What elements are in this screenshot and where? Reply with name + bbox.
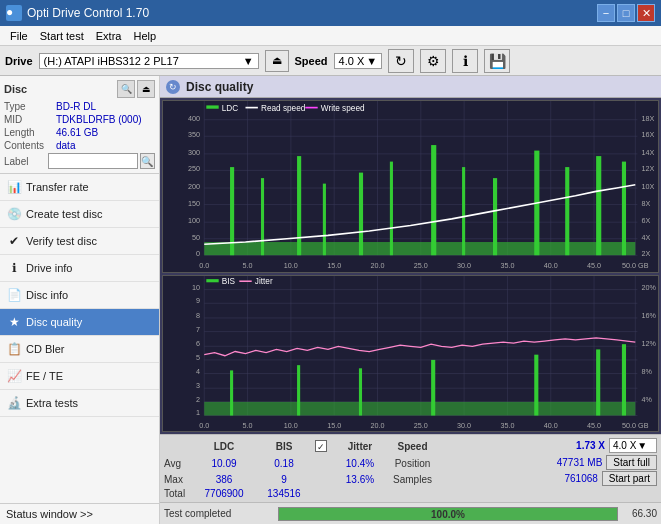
svg-text:35.0: 35.0 — [500, 261, 514, 270]
svg-text:4: 4 — [196, 366, 200, 375]
svg-rect-33 — [596, 156, 601, 255]
disc-section: Disc 🔍 ⏏ Type BD-R DL MID TDKBLDRFB (000… — [0, 76, 159, 174]
right-panel: ↻ Disc quality — [160, 76, 661, 524]
svg-rect-30 — [493, 178, 497, 255]
disc-info-icon: 📄 — [6, 287, 22, 303]
svg-text:45.0: 45.0 — [587, 261, 601, 270]
svg-text:8X: 8X — [642, 198, 651, 207]
speed-label: Speed — [295, 55, 328, 67]
svg-rect-26 — [359, 173, 363, 256]
save-button[interactable]: 💾 — [484, 49, 510, 73]
nav-item-verify-test-disc[interactable]: ✔ Verify test disc — [0, 228, 159, 255]
nav-item-disc-info[interactable]: 📄 Disc info — [0, 282, 159, 309]
disc-contents-label: Contents — [4, 140, 56, 151]
disc-scan-button[interactable]: 🔍 — [117, 80, 135, 98]
svg-rect-99 — [622, 344, 626, 415]
status-window-label: Status window >> — [6, 508, 93, 520]
nav-item-transfer-rate[interactable]: 📊 Transfer rate — [0, 174, 159, 201]
close-button[interactable]: ✕ — [637, 4, 655, 22]
disc-label-input[interactable] — [48, 153, 138, 169]
nav-item-disc-quality[interactable]: ★ Disc quality — [0, 309, 159, 336]
menu-start-test[interactable]: Start test — [34, 29, 90, 43]
disc-mid-row: MID TDKBLDRFB (000) — [4, 114, 155, 125]
drive-label: Drive — [5, 55, 33, 67]
info-button[interactable]: ℹ — [452, 49, 478, 73]
jitter-column-header: Jitter — [348, 441, 372, 452]
app-icon: ● — [6, 5, 22, 21]
svg-text:1: 1 — [196, 408, 200, 417]
chart-refresh-icon: ↻ — [166, 80, 180, 94]
max-bis: 9 — [281, 474, 287, 485]
svg-rect-97 — [534, 354, 538, 415]
svg-text:4%: 4% — [642, 395, 653, 404]
nav-item-label: Create test disc — [26, 208, 102, 220]
progress-percent: 100.0% — [431, 508, 465, 519]
svg-text:12%: 12% — [642, 339, 657, 348]
cd-bler-icon: 📋 — [6, 341, 22, 357]
disc-eject-button[interactable]: ⏏ — [137, 80, 155, 98]
drive-eject-button[interactable]: ⏏ — [265, 50, 289, 72]
svg-text:Write speed: Write speed — [321, 103, 365, 113]
max-label: Max — [164, 474, 183, 485]
disc-label-row: Label 🔍 — [4, 153, 155, 169]
total-label: Total — [164, 488, 185, 499]
svg-text:6: 6 — [196, 339, 200, 348]
max-jitter: 13.6% — [346, 474, 374, 485]
svg-text:25.0: 25.0 — [414, 261, 428, 270]
speed-value: 4.0 X — [339, 55, 365, 67]
transfer-rate-icon: 📊 — [6, 179, 22, 195]
settings-button[interactable]: ⚙ — [420, 49, 446, 73]
menu-extra[interactable]: Extra — [90, 29, 128, 43]
svg-text:20%: 20% — [642, 282, 657, 291]
svg-text:40.0: 40.0 — [544, 421, 558, 430]
menu-file[interactable]: File — [4, 29, 34, 43]
titlebar-left: ● Opti Drive Control 1.70 — [6, 5, 149, 21]
svg-rect-28 — [431, 145, 436, 255]
speed-select[interactable]: 4.0 X ▼ — [334, 53, 383, 69]
disc-label-search-button[interactable]: 🔍 — [140, 153, 155, 169]
svg-text:6X: 6X — [642, 216, 651, 225]
svg-text:5.0: 5.0 — [243, 421, 253, 430]
avg-label: Avg — [164, 458, 181, 469]
svg-rect-29 — [462, 167, 465, 255]
svg-text:50.0 GB: 50.0 GB — [622, 261, 648, 270]
left-panel: Disc 🔍 ⏏ Type BD-R DL MID TDKBLDRFB (000… — [0, 76, 160, 524]
svg-text:25.0: 25.0 — [414, 421, 428, 430]
svg-text:20.0: 20.0 — [370, 421, 384, 430]
nav-item-label: FE / TE — [26, 370, 63, 382]
disc-mid-value: TDKBLDRFB (000) — [56, 114, 142, 125]
svg-text:3: 3 — [196, 381, 200, 390]
drive-select[interactable]: (H:) ATAPI iHBS312 2 PL17 ▼ — [39, 53, 259, 69]
nav-item-cd-bler[interactable]: 📋 CD Bler — [0, 336, 159, 363]
svg-text:10.0: 10.0 — [284, 421, 298, 430]
svg-text:10X: 10X — [642, 182, 655, 191]
svg-text:250: 250 — [188, 164, 200, 173]
svg-text:30.0: 30.0 — [457, 261, 471, 270]
maximize-button[interactable]: □ — [617, 4, 635, 22]
menu-help[interactable]: Help — [127, 29, 162, 43]
disc-action-icons: 🔍 ⏏ — [117, 80, 155, 98]
nav-item-fe-te[interactable]: 📈 FE / TE — [0, 363, 159, 390]
refresh-button[interactable]: ↻ — [388, 49, 414, 73]
svg-rect-126 — [206, 279, 218, 282]
status-window-button[interactable]: Status window >> — [0, 503, 159, 524]
avg-ldc: 10.09 — [211, 458, 236, 469]
stats-total-row: Total 7706900 134516 — [164, 487, 657, 499]
start-full-button[interactable]: Start full — [606, 455, 657, 470]
nav-item-extra-tests[interactable]: 🔬 Extra tests — [0, 390, 159, 417]
top-chart: 400 350 300 250 200 150 100 50 0 18X 16X… — [162, 100, 659, 273]
menubar: File Start test Extra Help — [0, 26, 661, 46]
create-test-disc-icon: 💿 — [6, 206, 22, 222]
minimize-button[interactable]: − — [597, 4, 615, 22]
max-ldc: 386 — [216, 474, 233, 485]
disc-section-title: Disc — [4, 83, 27, 95]
svg-text:10: 10 — [192, 282, 200, 291]
nav-item-create-test-disc[interactable]: 💿 Create test disc — [0, 201, 159, 228]
start-part-button[interactable]: Start part — [602, 471, 657, 486]
svg-text:9: 9 — [196, 296, 200, 305]
speed-display: 66.30 — [622, 508, 657, 519]
jitter-checkbox[interactable]: ✓ — [315, 440, 327, 452]
svg-text:30.0: 30.0 — [457, 421, 471, 430]
nav-item-drive-info[interactable]: ℹ Drive info — [0, 255, 159, 282]
result-speed-dropdown[interactable]: 4.0 X ▼ — [609, 438, 657, 453]
